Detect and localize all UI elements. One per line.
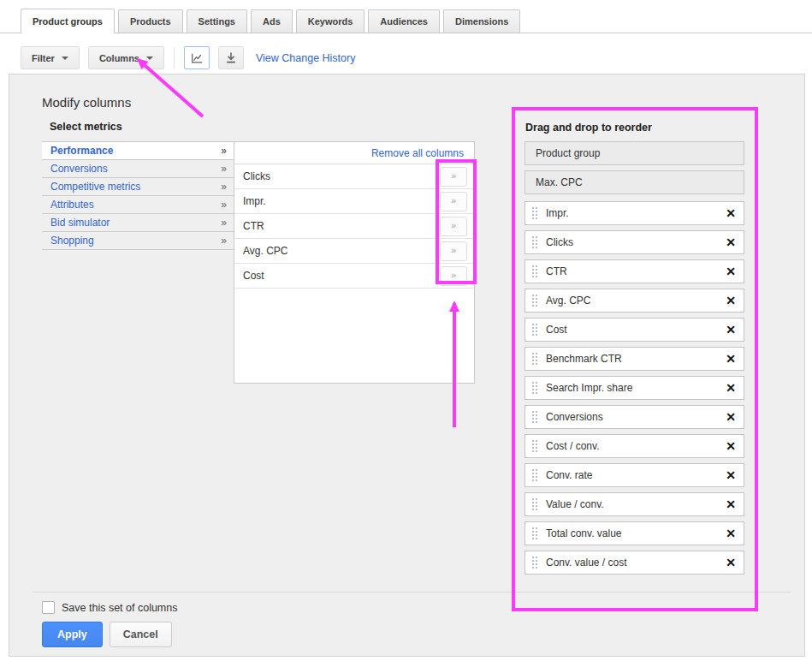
reorder-item[interactable]: Total conv. value ✕ xyxy=(525,521,744,545)
category-item[interactable]: Shopping » xyxy=(42,232,234,250)
drag-handle-icon[interactable] xyxy=(531,323,538,336)
filter-button[interactable]: Filter xyxy=(21,46,80,69)
columns-button-label: Columns xyxy=(99,53,139,63)
columns-button[interactable]: Columns xyxy=(88,46,164,69)
line-chart-icon xyxy=(190,51,204,65)
category-label: Performance xyxy=(50,145,113,157)
category-label: Attributes xyxy=(50,199,94,211)
remove-column-icon[interactable]: ✕ xyxy=(726,440,736,452)
view-change-history-link[interactable]: View Change History xyxy=(256,52,356,64)
reorder-item-label: Clicks xyxy=(546,236,573,248)
chevron-right-icon: » xyxy=(221,145,227,157)
reorder-item-label: CTR xyxy=(546,265,567,277)
drag-handle-icon[interactable] xyxy=(531,206,538,220)
remove-column-icon[interactable]: ✕ xyxy=(726,295,736,307)
category-item[interactable]: Performance » xyxy=(42,141,234,160)
reorder-item[interactable]: Value / conv. ✕ xyxy=(525,492,744,516)
reorder-panel: Drag and drop to reorder Product group M… xyxy=(525,122,744,580)
remove-column-icon[interactable]: ✕ xyxy=(726,498,736,510)
caret-down-icon xyxy=(146,57,153,60)
chevron-right-icon: » xyxy=(221,217,227,229)
remove-column-icon[interactable]: ✕ xyxy=(726,411,736,423)
metric-label: Cost xyxy=(243,270,264,282)
save-columns-row: Save this set of columns xyxy=(42,601,791,614)
drag-handle-icon[interactable] xyxy=(531,497,538,511)
locked-column-item: Product group xyxy=(525,141,744,165)
reorder-item[interactable]: Cost ✕ xyxy=(525,318,744,342)
tab[interactable]: Ads xyxy=(251,9,293,33)
reorder-item[interactable]: Search Impr. share ✕ xyxy=(525,376,744,400)
reorder-item[interactable]: Conversions ✕ xyxy=(525,405,744,429)
drag-handle-icon[interactable] xyxy=(531,439,538,453)
drag-handle-icon[interactable] xyxy=(531,381,538,395)
chevron-right-icon: » xyxy=(221,181,227,193)
reorder-item[interactable]: Impr. ✕ xyxy=(525,201,744,225)
drag-handle-icon[interactable] xyxy=(531,352,538,366)
reorder-item-label: Benchmark CTR xyxy=(546,353,622,365)
drag-handle-icon[interactable] xyxy=(531,410,538,424)
apply-button[interactable]: Apply xyxy=(42,622,103,647)
tab[interactable]: Dimensions xyxy=(443,9,520,33)
remove-column-icon[interactable]: ✕ xyxy=(726,265,736,277)
toolbar: Filter Columns View Change History xyxy=(0,33,812,74)
reorder-item[interactable]: CTR ✕ xyxy=(525,259,744,283)
chart-toggle-button[interactable] xyxy=(184,46,210,69)
available-metrics-header: Remove all columns xyxy=(234,142,474,164)
drag-handle-icon[interactable] xyxy=(531,556,538,569)
reorder-item-label: Cost / conv. xyxy=(546,440,599,452)
tab-label: Product groups xyxy=(33,16,103,27)
tab[interactable]: Audiences xyxy=(368,9,440,33)
remove-all-columns-link[interactable]: Remove all columns xyxy=(371,147,464,159)
drag-handle-icon[interactable] xyxy=(531,294,538,307)
reorder-item[interactable]: Clicks ✕ xyxy=(525,230,744,254)
add-metric-button[interactable]: » xyxy=(440,192,467,211)
drag-handle-icon[interactable] xyxy=(531,265,538,278)
chevron-right-icon: » xyxy=(221,199,227,211)
tab[interactable]: Settings xyxy=(187,9,247,33)
category-item[interactable]: Attributes » xyxy=(42,196,234,214)
remove-column-icon[interactable]: ✕ xyxy=(726,557,736,569)
remove-column-icon[interactable]: ✕ xyxy=(726,324,736,336)
category-item[interactable]: Bid simulator » xyxy=(42,214,234,232)
add-metric-button[interactable]: » xyxy=(440,167,467,187)
add-metric-button[interactable]: » xyxy=(440,241,467,261)
filter-button-label: Filter xyxy=(32,53,55,63)
remove-column-icon[interactable]: ✕ xyxy=(726,527,736,539)
drag-handle-icon[interactable] xyxy=(531,235,538,249)
category-list: Performance » Conversions » Competitive … xyxy=(42,141,234,250)
reorder-item[interactable]: Conv. value / cost ✕ xyxy=(525,551,744,575)
tab[interactable]: Products xyxy=(118,9,183,33)
available-metric-row: Impr. » xyxy=(234,189,474,214)
reorder-item-label: Search Impr. share xyxy=(546,382,632,394)
remove-column-icon[interactable]: ✕ xyxy=(726,207,736,219)
locked-column-label: Max. CPC xyxy=(536,176,583,188)
reorder-item[interactable]: Avg. CPC ✕ xyxy=(525,289,744,313)
available-metrics-panel: Remove all columns Clicks » Impr. » CTR … xyxy=(234,141,475,384)
reorder-item-label: Cost xyxy=(546,324,567,336)
reorder-item[interactable]: Conv. rate ✕ xyxy=(525,463,744,487)
chevron-right-icon: » xyxy=(221,163,227,175)
remove-column-icon[interactable]: ✕ xyxy=(726,353,736,365)
reorder-item[interactable]: Cost / conv. ✕ xyxy=(525,434,744,458)
tab[interactable]: Keywords xyxy=(296,9,365,33)
tab-label: Keywords xyxy=(308,16,353,27)
save-columns-checkbox[interactable] xyxy=(42,601,55,614)
remove-column-icon[interactable]: ✕ xyxy=(726,469,736,481)
category-item[interactable]: Conversions » xyxy=(42,160,234,178)
chevron-right-icon: » xyxy=(221,235,227,247)
remove-column-icon[interactable]: ✕ xyxy=(726,382,736,394)
reorder-heading: Drag and drop to reorder xyxy=(525,122,744,134)
available-metric-row: CTR » xyxy=(234,214,474,239)
tab[interactable]: Product groups xyxy=(21,9,115,33)
reorder-item-label: Avg. CPC xyxy=(546,295,590,307)
drag-handle-icon[interactable] xyxy=(531,468,538,482)
reorder-item[interactable]: Benchmark CTR ✕ xyxy=(525,347,744,371)
add-metric-button[interactable]: » xyxy=(440,217,467,236)
remove-column-icon[interactable]: ✕ xyxy=(726,236,736,248)
category-item[interactable]: Competitive metrics » xyxy=(42,178,234,196)
cancel-button[interactable]: Cancel xyxy=(110,622,172,647)
category-label: Competitive metrics xyxy=(50,181,140,193)
drag-handle-icon[interactable] xyxy=(531,527,538,540)
download-button[interactable] xyxy=(218,46,244,69)
add-metric-button[interactable]: » xyxy=(440,266,467,286)
